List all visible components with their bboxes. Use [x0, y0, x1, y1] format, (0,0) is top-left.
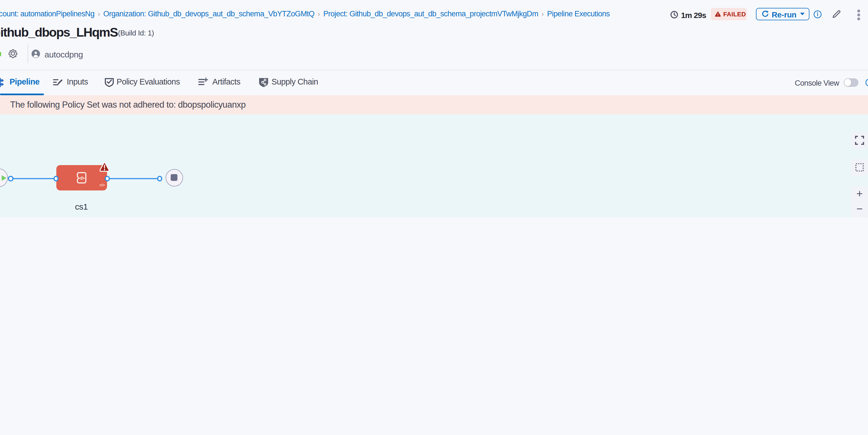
svg-text:</>: </>	[79, 176, 85, 181]
